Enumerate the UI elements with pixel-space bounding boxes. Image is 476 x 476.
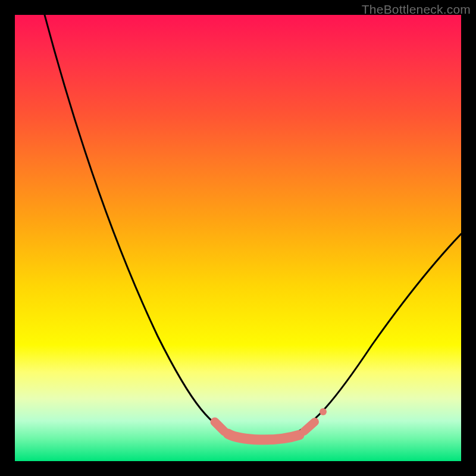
- chart-svg: [15, 15, 461, 461]
- bottleneck-curve: [45, 15, 461, 440]
- chart-frame: TheBottleneck.com: [0, 0, 476, 476]
- watermark-text: TheBottleneck.com: [362, 2, 471, 17]
- plot-area: [15, 15, 461, 461]
- highlight-band: [215, 408, 327, 440]
- svg-point-0: [320, 408, 327, 415]
